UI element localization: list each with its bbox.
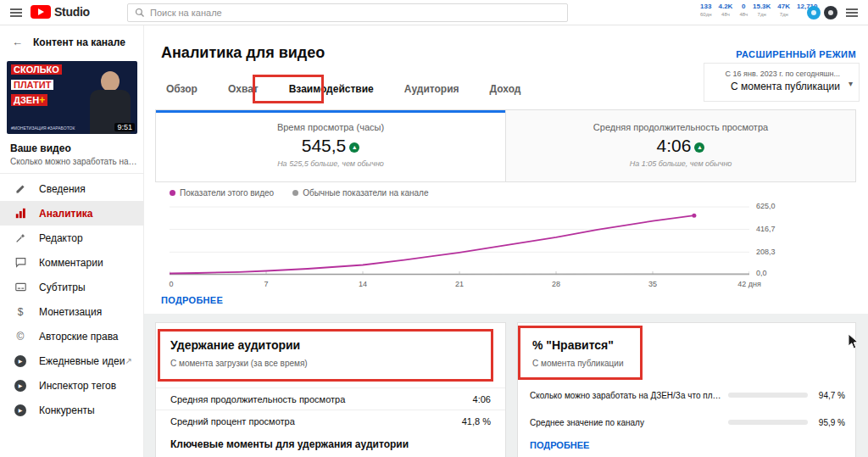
sidebar-item-competitors[interactable]: ▶ Конкуренты [0, 398, 144, 422]
x-tick: 0 [169, 280, 173, 288]
row-value: 41,8 % [462, 416, 491, 426]
x-tick: 42 дня [737, 280, 761, 288]
analytics-panel: Аналитика для видео РАСШИРЕННЫЙ РЕЖИМ Об… [144, 25, 868, 314]
video-thumbnail[interactable]: СКОЛЬКО ПЛАТИТ ДЗЕН+ #МОНЕТИЗАЦИЯ #ЗАРАБ… [7, 61, 137, 134]
sidebar-item-subtitles[interactable]: Субтитры [0, 275, 144, 299]
metric-card-watch-time[interactable]: Время просмотра (часы) 545,5▲ На 525,5 б… [156, 110, 505, 181]
like-rate-row-video: Сколько можно заработать на ДЗЕН/За что … [518, 382, 855, 408]
metric-note: На 525,5 больше, чем обычно [156, 159, 505, 168]
retention-row-avg-percent: Средний процент просмотра 41,8 % [156, 410, 505, 432]
stat-cell: 133 60дн [700, 3, 712, 18]
channel-series-dot-icon [292, 190, 298, 196]
metric-title: Время просмотра (часы) [156, 122, 505, 132]
x-tick: 14 [359, 280, 367, 288]
advanced-mode-link[interactable]: РАСШИРЕННЫЙ РЕЖИМ [736, 49, 856, 59]
video-series-dot-icon [170, 190, 175, 196]
channel-search[interactable] [127, 3, 568, 22]
trend-up-icon: ▲ [349, 142, 359, 153]
tab-reach[interactable]: Охват [226, 78, 260, 107]
tab-revenue[interactable]: Доход [488, 78, 523, 107]
analytics-tabs: Обзор Охват Взаимодействие Аудитория Дох… [164, 78, 522, 107]
x-tick: 35 [648, 280, 657, 288]
sidebar-item-label: Аналитика [39, 208, 93, 220]
retention-card-subtitle: С момента загрузки (за все время) [170, 359, 308, 368]
hamburger-menu-icon[interactable] [10, 8, 22, 17]
sidebar-item-label: Редактор [39, 232, 83, 244]
dollar-icon: $ [14, 305, 27, 319]
sidebar-item-label: Инспектор тегов [39, 380, 116, 392]
metric-value: 545,5▲ [156, 136, 505, 156]
analytics-bars-icon [14, 207, 27, 220]
metric-title: Средняя продолжительность просмотра [506, 122, 855, 132]
copyright-icon: © [14, 330, 27, 343]
stat-cell: 4.2K 48ч [719, 3, 733, 18]
thumbnail-text: СКОЛЬКО [11, 64, 62, 75]
progress-bar [728, 420, 808, 425]
legend-item-channel: Обычные показатели на канале [292, 188, 428, 198]
thumbnail-text: ПЛАТИТ [11, 80, 53, 90]
extension-avatar-icon[interactable] [807, 6, 821, 20]
your-video-label: Ваше видео [10, 142, 71, 154]
topbar-menu-icon[interactable] [846, 8, 858, 17]
sidebar-item-label: Субтитры [39, 281, 86, 293]
search-input[interactable] [150, 8, 560, 18]
x-tick: 28 [552, 280, 560, 288]
thumbnail-hashtags: #МОНЕТИЗАЦИЯ #ЗАРАБОТОК [11, 125, 79, 131]
stat-cell: 0 48ч [739, 3, 748, 18]
like-rate-subtitle: С момента публикации [532, 359, 624, 368]
sidebar-item-editor[interactable]: Редактор [0, 226, 144, 250]
metric-card-avg-duration[interactable]: Средняя продолжительность просмотра 4:06… [505, 110, 855, 181]
competitors-icon: ▶ [14, 404, 27, 417]
date-range-selector[interactable]: С 16 янв. 2023 г. по сегодняшн... С моме… [704, 63, 860, 102]
see-more-link[interactable]: ПОДРОБНЕЕ [530, 440, 589, 450]
tab-audience[interactable]: Аудитория [403, 78, 461, 107]
sidebar-item-label: Конкуренты [39, 404, 95, 416]
external-link-icon: ↗ [125, 356, 132, 365]
sidebar-item-details[interactable]: Сведения [0, 176, 144, 201]
legend-item-video: Показатели этого видео [170, 188, 274, 198]
date-range-detail: С 16 янв. 2023 г. по сегодняшн... [711, 70, 840, 78]
topbar: Studio 133 60дн 4.2K 48ч 0 48ч [0, 0, 868, 25]
row-label: Сколько можно заработать на ДЗЕН/За что … [530, 391, 721, 400]
sidebar-item-label: Монетизация [39, 306, 102, 318]
watch-time-chart[interactable] [170, 206, 749, 276]
comments-bubble-icon [14, 256, 27, 270]
metric-value: 4:06▲ [506, 136, 855, 156]
legend-label: Показатели этого видео [180, 188, 274, 198]
row-value: 95,9 % [819, 418, 845, 427]
audience-retention-card: Удержание аудитории С момента загрузки (… [155, 322, 506, 457]
progress-bar [728, 393, 808, 398]
sidebar-item-analytics[interactable]: Аналитика [0, 201, 144, 226]
sidebar-item-copyright[interactable]: © Авторские права [0, 324, 144, 348]
retention-card-title: Удержание аудитории [170, 338, 300, 352]
sidebar-item-comments[interactable]: Комментарии [0, 250, 144, 275]
row-label: Средняя продолжительность просмотра [170, 394, 345, 404]
daily-ideas-icon: ▶ [14, 354, 27, 368]
metric-cards: Время просмотра (часы) 545,5▲ На 525,5 б… [155, 109, 856, 182]
search-icon [135, 8, 145, 18]
tab-overview[interactable]: Обзор [164, 78, 199, 107]
sidebar-item-daily-ideas[interactable]: ▶ Ежедневные идеи ↗ [0, 348, 144, 373]
like-rate-title: % "Нравится" [532, 338, 614, 352]
chevron-down-icon: ▾ [849, 79, 853, 88]
sidebar-item-monetization[interactable]: $ Монетизация [0, 299, 144, 324]
metric-note: На 1:05 больше, чем обычно [506, 159, 855, 168]
row-value: 4:06 [473, 394, 491, 404]
tag-inspector-icon: ▶ [14, 379, 27, 393]
see-more-link[interactable]: ПОДРОБНЕЕ [161, 295, 223, 305]
studio-logo[interactable]: Studio [31, 5, 90, 19]
sidebar-item-label: Сведения [39, 183, 86, 195]
back-arrow-icon[interactable]: ← [12, 36, 23, 48]
x-tick: 7 [264, 280, 268, 288]
subtitles-icon [14, 281, 27, 294]
like-rate-card: % "Нравится" С момента публикации Скольк… [517, 322, 856, 457]
date-range-value: С момента публикации [711, 81, 840, 92]
tab-engagement[interactable]: Взаимодействие [287, 78, 376, 107]
chart-x-axis-labels: 0 7 14 21 28 35 42 дня [170, 280, 763, 290]
x-tick: 21 [455, 280, 464, 288]
sidebar-item-tag-inspector[interactable]: ▶ Инспектор тегов [0, 373, 144, 398]
y-tick: 625,0 [756, 202, 776, 210]
video-title: Сколько можно заработать на ДЗ... [10, 157, 137, 166]
user-avatar[interactable] [824, 6, 837, 20]
extension-stats-group-1[interactable]: 133 60дн 4.2K 48ч 0 48ч [700, 3, 748, 18]
